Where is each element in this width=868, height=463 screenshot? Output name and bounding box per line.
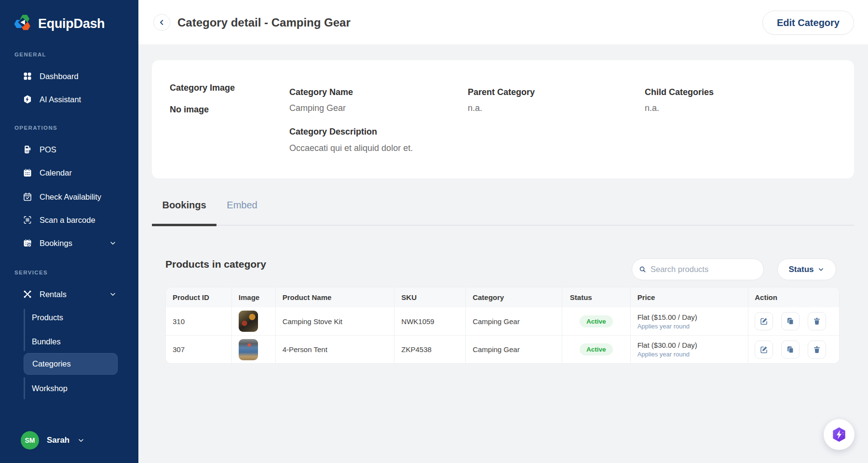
table-row: 307 4-Person Tent ZKP4538 Camping Gear A… — [166, 335, 839, 363]
cell-product-id: 310 — [166, 307, 232, 335]
cell-action — [748, 307, 839, 335]
avatar: SM — [21, 431, 39, 449]
category-image-value: No image — [170, 105, 209, 115]
active-tab-indicator — [152, 224, 217, 226]
sidebar-item-label: AI Assistant — [40, 95, 81, 104]
product-search — [632, 259, 764, 280]
category-detail-card: Category Image No image Category Name Ca… — [152, 60, 854, 178]
col-status: Status — [562, 287, 631, 307]
products-section-title: Products in category — [165, 259, 266, 270]
col-sku: SKU — [394, 287, 466, 307]
category-description-label: Category Description — [289, 127, 377, 137]
table-header-row: Product ID Image Product Name SKU Catego… — [166, 287, 839, 307]
col-price: Price — [631, 287, 749, 307]
sidebar-item-label: Workshop — [32, 384, 68, 393]
cell-image — [232, 307, 276, 335]
sidebar-item-label: Check Availability — [40, 192, 101, 202]
sidebar-item-label: Bundles — [32, 337, 61, 346]
category-description-value: Occaecati qui et aliquid dolor et. — [289, 143, 413, 153]
duplicate-product-button[interactable] — [781, 312, 800, 330]
subnav-rail — [24, 377, 25, 399]
trash-icon — [813, 345, 821, 354]
delete-product-button[interactable] — [808, 340, 826, 359]
col-image: Image — [232, 287, 276, 307]
sidebar-item-bookings[interactable]: Bookings — [22, 235, 72, 251]
status-badge: Active — [580, 315, 613, 327]
ai-assistant-icon — [22, 94, 33, 105]
duplicate-product-button[interactable] — [781, 340, 800, 359]
cell-price: Flat ($15.00 / Day) Applies year round — [631, 307, 749, 335]
cell-product-name: Camping Stove Kit — [276, 307, 395, 335]
chevron-down-icon — [109, 239, 117, 247]
subnav-rail — [24, 309, 25, 351]
product-thumbnail — [239, 339, 258, 360]
dashboard-icon — [22, 71, 33, 82]
sidebar-item-pos[interactable]: POS — [22, 141, 56, 158]
edit-product-button[interactable] — [755, 340, 773, 359]
sidebar-item-check-availability[interactable]: Check Availability — [22, 189, 101, 205]
products-table: Product ID Image Product Name SKU Catego… — [165, 287, 840, 364]
sidebar-item-dashboard[interactable]: Dashboard — [22, 68, 79, 84]
cell-status: Active — [562, 336, 631, 363]
edit-category-button[interactable]: Edit Category — [762, 11, 854, 35]
sidebar-item-products[interactable]: Products — [32, 310, 63, 325]
user-name: Sarah — [47, 436, 69, 445]
cell-category: Camping Gear — [466, 307, 562, 335]
ai-assistant-fab[interactable] — [824, 419, 854, 450]
copy-icon — [786, 345, 795, 354]
sidebar-item-label: Rentals — [40, 290, 67, 299]
delete-product-button[interactable] — [808, 312, 826, 330]
search-input[interactable] — [651, 265, 757, 274]
back-button[interactable] — [153, 14, 170, 31]
sidebar-item-calendar[interactable]: Calendar — [22, 164, 72, 181]
cell-sku: ZKP4538 — [394, 336, 466, 363]
user-menu[interactable]: SM Sarah — [21, 431, 85, 449]
edit-product-button[interactable] — [755, 312, 773, 330]
status-filter-label: Status — [789, 265, 814, 274]
cell-action — [748, 336, 839, 363]
sidebar-item-rentals[interactable]: Rentals — [22, 286, 67, 302]
table-row: 310 Camping Stove Kit NWK1059 Camping Ge… — [166, 307, 839, 335]
pos-icon — [22, 144, 33, 155]
bolt-hexagon-icon — [830, 425, 848, 444]
trash-icon — [813, 317, 821, 326]
price-note: Applies year round — [637, 323, 690, 330]
price-value: Flat ($30.00 / Day) — [637, 341, 697, 349]
bookings-icon — [22, 238, 33, 248]
sidebar-item-label: Scan a barcode — [40, 216, 95, 225]
cell-sku: NWK1059 — [394, 307, 466, 335]
sidebar-item-ai-assistant[interactable]: AI Assistant — [22, 91, 81, 108]
edit-icon — [760, 345, 768, 354]
cell-price: Flat ($30.00 / Day) Applies year round — [631, 336, 749, 363]
sidebar-item-label: Categories — [32, 359, 71, 368]
rentals-icon — [22, 289, 33, 300]
child-categories-value: n.a. — [645, 103, 659, 113]
child-categories-label: Child Categories — [645, 87, 714, 97]
chevron-left-icon — [158, 19, 165, 26]
col-category: Category — [466, 287, 562, 307]
check-availability-icon — [22, 191, 33, 202]
equipdash-logo-icon — [13, 13, 33, 35]
tab-embed[interactable]: Embed — [222, 195, 262, 215]
cell-category: Camping Gear — [466, 336, 562, 363]
section-label-general: GENERAL — [14, 52, 46, 57]
tab-bookings[interactable]: Bookings — [152, 195, 217, 215]
status-filter-button[interactable]: Status — [777, 259, 836, 280]
sidebar-item-bundles[interactable]: Bundles — [32, 334, 61, 349]
scan-barcode-icon — [22, 215, 33, 225]
cell-image — [232, 336, 276, 363]
sidebar-item-workshop[interactable]: Workshop — [32, 381, 68, 396]
sidebar-item-label: Calendar — [40, 168, 72, 177]
col-action: Action — [748, 287, 839, 307]
main-content: Category detail - Camping Gear Edit Cate… — [138, 0, 868, 463]
category-name-value: Camping Gear — [289, 103, 346, 113]
tabs-divider — [152, 225, 854, 226]
copy-icon — [786, 317, 795, 326]
sidebar-item-categories[interactable]: Categories — [24, 353, 118, 375]
sidebar-item-scan-barcode[interactable]: Scan a barcode — [22, 212, 95, 228]
sidebar: EquipDash GENERAL Dashboard AI Assistant… — [0, 0, 138, 463]
chevron-down-icon — [817, 266, 825, 273]
app-logo[interactable]: EquipDash — [13, 13, 105, 35]
page-title: Category detail - Camping Gear — [177, 16, 351, 29]
sidebar-item-label: Products — [32, 313, 63, 322]
